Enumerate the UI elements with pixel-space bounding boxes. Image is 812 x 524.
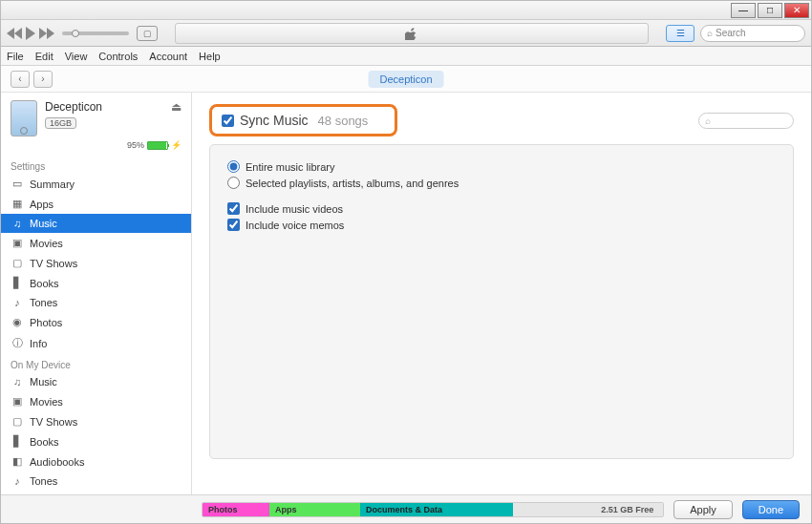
search-icon: ⌕ xyxy=(705,115,711,126)
sidebar-item-label: Books xyxy=(30,278,59,289)
sync-options-panel: Entire music library Selected playlists,… xyxy=(209,144,794,459)
tv-icon: ▢ xyxy=(11,257,24,269)
sidebar-item-summary[interactable]: ▭Summary xyxy=(1,174,191,194)
sidebar-item-tvshows[interactable]: ▢TV Shows xyxy=(1,253,191,273)
option-selected-playlists[interactable]: Selected playlists, artists, albums, and… xyxy=(227,175,776,191)
capacity-segment-apps: Apps xyxy=(269,503,360,516)
ondevice-item-tvshows[interactable]: ▢TV Shows xyxy=(1,411,191,431)
summary-icon: ▭ xyxy=(11,178,24,190)
sidebar-item-photos[interactable]: ◉Photos xyxy=(1,312,191,332)
list-view-button[interactable]: ☰ xyxy=(666,25,694,42)
ondevice-item-books[interactable]: ▋Books xyxy=(1,431,191,451)
player-toolbar: ▢ ☰ ⌕ Search xyxy=(1,20,811,47)
window-maximize-button[interactable]: □ xyxy=(758,3,782,18)
eject-button[interactable]: ⏏ xyxy=(171,100,182,114)
menu-edit[interactable]: Edit xyxy=(35,51,53,62)
sidebar-item-movies[interactable]: ▣Movies xyxy=(1,233,191,253)
radio-selected-playlists[interactable] xyxy=(227,177,240,189)
airplay-button[interactable]: ▢ xyxy=(137,26,158,41)
sidebar-section-settings: Settings xyxy=(1,156,191,174)
play-button[interactable] xyxy=(24,27,37,40)
device-header: Decepticon 16GB ⏏ xyxy=(1,93,191,140)
done-button[interactable]: Done xyxy=(742,500,800,519)
sidebar-item-label: Movies xyxy=(30,238,63,249)
window-minimize-button[interactable]: — xyxy=(731,3,756,18)
transport-controls xyxy=(7,27,54,40)
ondevice-item-movies[interactable]: ▣Movies xyxy=(1,391,191,411)
sidebar-item-apps[interactable]: ▦Apps xyxy=(1,194,191,214)
menu-file[interactable]: File xyxy=(7,51,24,62)
battery-icon xyxy=(147,141,168,150)
capacity-bar: Photos Apps Documents & Data 2.51 GB Fre… xyxy=(202,502,664,517)
search-input[interactable]: ⌕ Search xyxy=(700,25,805,42)
option-include-videos[interactable]: Include music videos xyxy=(227,200,776,217)
svg-marker-4 xyxy=(47,28,54,39)
sidebar-item-label: Info xyxy=(30,338,47,349)
option-label: Entire music library xyxy=(246,161,335,173)
device-tab[interactable]: Decepticon xyxy=(368,71,443,88)
menu-controls[interactable]: Controls xyxy=(98,51,138,62)
svg-marker-3 xyxy=(39,28,47,39)
sidebar-item-label: TV Shows xyxy=(30,258,77,269)
next-button[interactable] xyxy=(39,28,54,39)
ondevice-item-tones[interactable]: ♪Tones xyxy=(1,472,191,491)
music-icon: ♫ xyxy=(11,376,24,388)
checkbox-include-memos[interactable] xyxy=(227,219,240,231)
movies-icon: ▣ xyxy=(11,395,24,408)
menu-view[interactable]: View xyxy=(65,51,88,62)
tones-icon: ♪ xyxy=(11,475,24,487)
sidebar-item-label: Music xyxy=(30,376,57,388)
sidebar-item-label: Audiobooks xyxy=(30,456,85,468)
audiobooks-icon: ◧ xyxy=(11,455,24,468)
sidebar-item-label: TV Shows xyxy=(30,416,77,428)
sidebar-item-label: Books xyxy=(30,436,59,448)
content-pane: Sync Music 48 songs ⌕ Entire music libra… xyxy=(192,93,811,496)
sidebar-item-label: Tones xyxy=(30,475,57,487)
capacity-segment-docs: Documents & Data xyxy=(360,503,513,516)
radio-entire-library[interactable] xyxy=(227,160,240,173)
ondevice-item-audiobooks[interactable]: ◧Audiobooks xyxy=(1,451,191,472)
window-close-button[interactable]: ✕ xyxy=(784,3,809,18)
volume-slider[interactable] xyxy=(62,31,129,35)
device-name: Decepticon xyxy=(45,100,163,114)
option-label: Include voice memos xyxy=(246,220,344,231)
window-titlebar: — □ ✕ xyxy=(1,1,811,20)
option-entire-library[interactable]: Entire music library xyxy=(227,158,776,175)
checkbox-include-videos[interactable] xyxy=(227,202,240,215)
sidebar-section-ondevice: On My Device xyxy=(1,354,191,372)
option-label: Selected playlists, artists, albums, and… xyxy=(246,178,459,189)
navigation-header: ‹ › Decepticon xyxy=(1,66,811,93)
battery-percent: 95% xyxy=(127,140,144,150)
charging-icon: ⚡ xyxy=(171,140,182,150)
apple-logo-icon xyxy=(405,27,418,40)
device-capacity-badge: 16GB xyxy=(45,117,76,129)
content-search-input[interactable]: ⌕ xyxy=(698,113,794,129)
battery-row: 95% ⚡ xyxy=(1,140,191,156)
back-button[interactable]: ‹ xyxy=(11,71,30,88)
option-include-memos[interactable]: Include voice memos xyxy=(227,217,776,233)
previous-button[interactable] xyxy=(7,28,22,39)
sync-music-header: Sync Music 48 songs xyxy=(209,104,397,136)
ondevice-item-music[interactable]: ♫Music xyxy=(1,372,191,391)
sidebar-item-label: Music xyxy=(30,218,57,229)
svg-marker-1 xyxy=(14,28,22,39)
sync-music-label: Sync Music xyxy=(240,113,309,128)
menu-account[interactable]: Account xyxy=(149,51,187,62)
search-placeholder: Search xyxy=(716,28,746,38)
capacity-segment-free: 2.51 GB Free xyxy=(513,503,663,516)
menu-help[interactable]: Help xyxy=(199,51,221,62)
sidebar-item-info[interactable]: ⓘInfo xyxy=(1,332,191,354)
now-playing-display xyxy=(175,23,649,44)
books-icon: ▋ xyxy=(11,277,24,289)
apply-button[interactable]: Apply xyxy=(673,500,733,519)
sidebar-item-label: Summary xyxy=(30,178,75,190)
sidebar-item-tones[interactable]: ♪Tones xyxy=(1,293,191,312)
sidebar-item-books[interactable]: ▋Books xyxy=(1,273,191,293)
sidebar-item-music[interactable]: ♫Music xyxy=(1,214,191,233)
music-icon: ♫ xyxy=(11,218,24,229)
tv-icon: ▢ xyxy=(11,415,24,428)
sidebar-item-label: Tones xyxy=(30,297,57,308)
device-thumbnail-icon xyxy=(11,100,37,136)
forward-button[interactable]: › xyxy=(33,71,53,88)
sync-music-checkbox[interactable] xyxy=(222,115,234,127)
